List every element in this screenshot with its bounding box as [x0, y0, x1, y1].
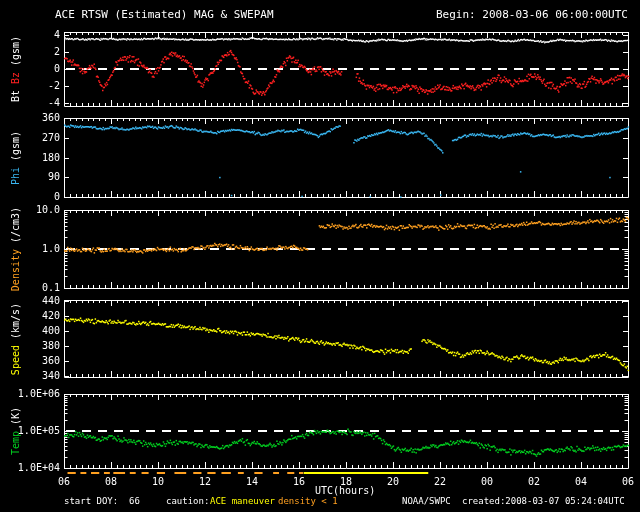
y-tick-label: 1.0E+05	[0, 426, 60, 436]
x-tick-label: 08	[105, 477, 117, 487]
x-tick-label: 04	[575, 477, 587, 487]
x-tick-label: 00	[481, 477, 493, 487]
y-tick-label: 2	[0, 47, 60, 57]
y-tick-label: 420	[0, 311, 60, 321]
y-tick-label: 270	[0, 133, 60, 143]
y-tick-label: 4	[0, 30, 60, 40]
plot-title: ACE RTSW (Estimated) MAG & SWEPAM	[55, 9, 274, 20]
panel-ylabel-part: (km/s)	[10, 302, 21, 344]
y-tick-label: 360	[0, 356, 60, 366]
x-tick-label: 14	[246, 477, 258, 487]
x-axis-title: UTC(hours)	[315, 486, 375, 496]
footer-created-timestamp: created:2008-03-07 05:24:04UTC	[462, 497, 625, 506]
x-tick-label: 16	[293, 477, 305, 487]
x-tick-label: 02	[528, 477, 540, 487]
x-tick-label: 12	[199, 477, 211, 487]
y-tick-label: 0	[0, 192, 60, 202]
y-tick-label: -4	[0, 98, 60, 108]
y-tick-label: 0.1	[0, 283, 60, 293]
y-tick-label: 360	[0, 113, 60, 123]
y-tick-label: 400	[0, 326, 60, 336]
x-tick-label: 06	[622, 477, 634, 487]
y-tick-label: 180	[0, 153, 60, 163]
y-tick-label: 0	[0, 64, 60, 74]
y-tick-label: -2	[0, 81, 60, 91]
y-tick-label: 440	[0, 296, 60, 306]
y-tick-label: 1.0	[0, 244, 60, 254]
footer-maneuver-flag: ACE maneuver	[210, 497, 275, 506]
y-tick-label: 1.0E+06	[0, 389, 60, 399]
footer-agency: NOAA/SWPC	[402, 497, 451, 506]
y-tick-label: 380	[0, 341, 60, 351]
x-tick-label: 10	[152, 477, 164, 487]
ace-rtsw-plot: ACE RTSW (Estimated) MAG & SWEPAM Begin:…	[0, 0, 640, 512]
y-tick-label: 10.0	[0, 205, 60, 215]
y-tick-label: 90	[0, 172, 60, 182]
footer-caution-label: caution:	[166, 497, 209, 506]
begin-timestamp: Begin: 2008-03-06 06:00:00UTC	[436, 9, 628, 20]
chart-canvas	[0, 0, 640, 512]
footer-density-flag: density < 1	[278, 497, 338, 506]
y-tick-label: 340	[0, 371, 60, 381]
footer-start-doy: start DOY: 66	[64, 497, 140, 506]
y-tick-label: 1.0E+04	[0, 463, 60, 473]
x-tick-label: 22	[434, 477, 446, 487]
x-tick-label: 20	[387, 477, 399, 487]
x-tick-label: 06	[58, 477, 70, 487]
